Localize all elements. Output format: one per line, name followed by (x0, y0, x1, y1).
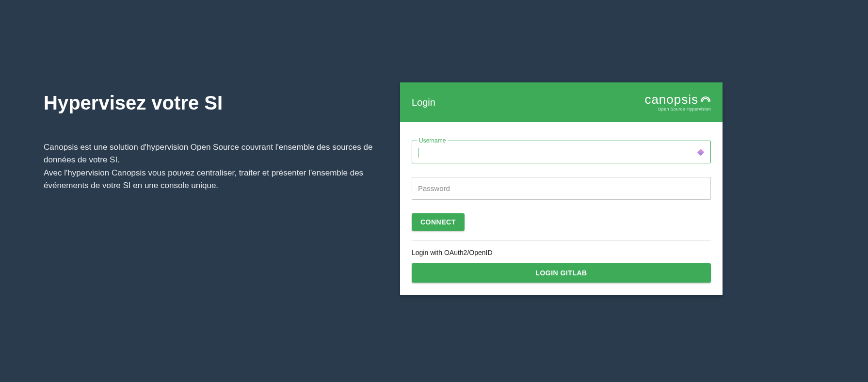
login-title: Login (412, 97, 435, 108)
username-label: Username (417, 137, 448, 144)
login-gitlab-button[interactable]: LOGIN GITLAB (412, 263, 711, 283)
connect-button[interactable]: CONNECT (412, 213, 465, 231)
hero-paragraph-1: Canopsis est une solution d'hypervision … (44, 141, 378, 167)
login-panel: Login canopsis Open Source Hypervision (400, 0, 723, 295)
username-field-wrap: Username (412, 141, 711, 163)
login-page: Hypervisez votre SI Canopsis est une sol… (0, 0, 868, 382)
password-field-wrap (412, 177, 711, 200)
brand-block: canopsis Open Source Hypervision (644, 93, 711, 111)
brand-arc-icon (700, 96, 711, 104)
svg-rect-1 (697, 149, 704, 156)
login-card: Login canopsis Open Source Hypervision (400, 82, 723, 295)
login-card-body: Username (400, 122, 723, 295)
login-card-header: Login canopsis Open Source Hypervision (400, 82, 723, 122)
username-input[interactable] (412, 141, 710, 163)
section-divider (412, 240, 711, 241)
hero-paragraph-2: Avec l'hypervision Canopsis vous pouvez … (44, 167, 378, 192)
password-input[interactable] (412, 177, 710, 199)
brand-tagline: Open Source Hypervision (658, 107, 711, 111)
oauth-label: Login with OAuth2/OpenID (412, 249, 711, 256)
hero-title: Hypervisez votre SI (44, 92, 378, 114)
brand-name: canopsis (644, 93, 698, 106)
autofill-icon[interactable] (697, 148, 705, 156)
hero-section: Hypervisez votre SI Canopsis est une sol… (0, 0, 398, 192)
brand-row: canopsis (644, 93, 711, 106)
